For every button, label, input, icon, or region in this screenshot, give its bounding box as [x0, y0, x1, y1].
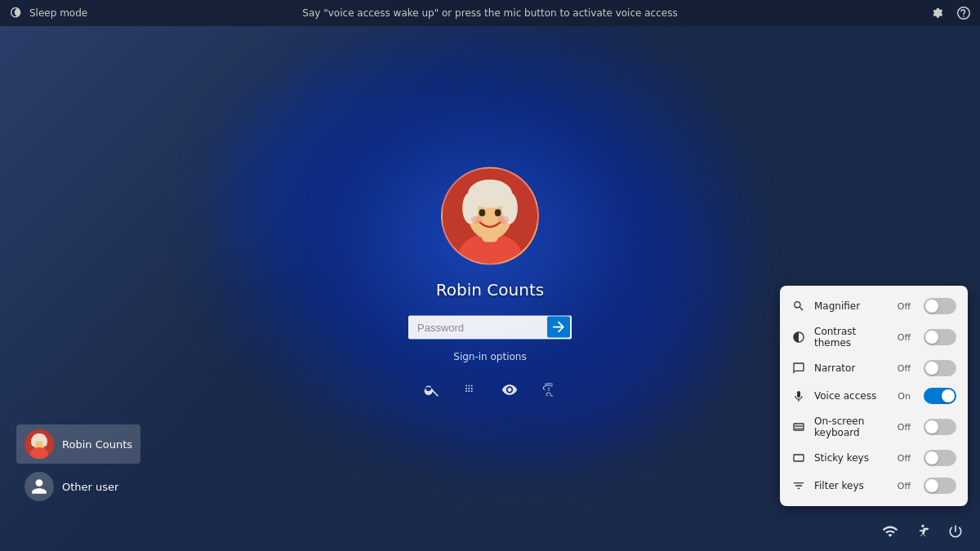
narrator-label: Narrator [814, 362, 889, 374]
narrator-status: Off [898, 363, 911, 374]
access-row-contrast[interactable]: Contrast themes Off [780, 320, 968, 354]
sticky-keys-label: Sticky keys [814, 452, 889, 464]
magnifier-toggle-knob [925, 300, 938, 313]
onscreen-keyboard-toggle-knob [925, 420, 938, 433]
user-item-other[interactable]: Other user [16, 467, 140, 506]
magnifier-toggle[interactable] [924, 298, 956, 314]
submit-button[interactable] [547, 317, 570, 338]
magnifier-status: Off [898, 301, 911, 312]
onscreen-keyboard-label: On-screen keyboard [814, 415, 889, 438]
user-robin-name: Robin Counts [62, 438, 132, 451]
access-row-magnifier[interactable]: Magnifier Off [780, 292, 968, 320]
svg-point-17 [921, 525, 924, 527]
settings-icon[interactable] [931, 7, 944, 20]
login-area: Robin Counts Sign-in options [408, 167, 572, 401]
top-bar: Sleep mode Say "voice access wake up" or… [0, 0, 980, 26]
svg-point-8 [495, 209, 501, 216]
voice-access-status: On [898, 391, 911, 402]
accessibility-panel: Magnifier Off Contrast themes Off Narrat… [780, 286, 968, 506]
user-avatar [441, 167, 539, 264]
voice-access-icon [791, 389, 806, 403]
signin-icons [420, 378, 560, 401]
voice-access-label: Voice access [814, 390, 889, 402]
voice-message: Say "voice access wake up" or press the … [302, 7, 677, 19]
sticky-keys-status: Off [898, 453, 911, 464]
bottom-right-icons [882, 523, 964, 540]
svg-point-10 [498, 216, 510, 224]
contrast-status: Off [898, 332, 911, 343]
onscreen-keyboard-icon [791, 420, 806, 434]
password-field-wrap [408, 315, 572, 339]
access-row-filter[interactable]: Filter keys Off [780, 472, 968, 500]
narrator-toggle[interactable] [924, 360, 956, 376]
user-other-name: Other user [62, 481, 118, 493]
avatar-portrait [443, 167, 537, 264]
magnifier-icon [791, 299, 806, 313]
svg-point-9 [471, 216, 483, 224]
voice-access-toggle[interactable] [924, 388, 956, 404]
contrast-toggle-knob [925, 331, 938, 344]
access-row-narrator[interactable]: Narrator Off [780, 354, 968, 382]
sleep-label: Sleep mode [29, 7, 87, 19]
svg-point-14 [31, 437, 36, 447]
access-row-voice[interactable]: Voice access On [780, 382, 968, 410]
filter-keys-status: Off [898, 481, 911, 491]
accessibility-icon[interactable] [915, 523, 931, 540]
filter-keys-label: Filter keys [814, 480, 889, 491]
magnifier-label: Magnifier [814, 300, 889, 312]
user-item-robin[interactable]: Robin Counts [16, 424, 140, 464]
access-row-keyboard[interactable]: On-screen keyboard Off [780, 410, 968, 444]
user-list: Robin Counts Other user [16, 424, 140, 506]
filter-keys-toggle-knob [925, 479, 938, 492]
sticky-keys-toggle[interactable] [924, 450, 956, 466]
top-bar-left: Sleep mode [10, 7, 87, 20]
narrator-toggle-knob [925, 362, 938, 375]
top-bar-right [931, 7, 970, 20]
user-robin-avatar [24, 429, 54, 459]
filter-keys-toggle[interactable] [924, 478, 956, 494]
contrast-label: Contrast themes [814, 326, 889, 349]
onscreen-keyboard-toggle[interactable] [924, 419, 956, 435]
wifi-icon[interactable] [882, 523, 898, 540]
contrast-toggle[interactable] [924, 329, 956, 345]
sleep-icon [10, 7, 23, 20]
windows-hello-icon-btn[interactable] [498, 378, 521, 401]
narrator-icon [791, 361, 806, 375]
onscreen-keyboard-status: Off [898, 422, 911, 433]
pin-icon-btn[interactable] [459, 378, 482, 401]
fingerprint-icon-btn[interactable] [537, 378, 560, 401]
sticky-keys-toggle-knob [925, 451, 938, 464]
filter-keys-icon [791, 478, 806, 493]
sticky-keys-icon [791, 451, 806, 465]
svg-point-7 [479, 209, 485, 216]
signin-options-link[interactable]: Sign-in options [453, 350, 526, 362]
user-other-avatar [24, 472, 54, 501]
user-name: Robin Counts [436, 279, 544, 299]
voice-access-toggle-knob [942, 389, 955, 402]
key-icon-btn[interactable] [420, 378, 443, 401]
help-icon[interactable] [957, 7, 970, 20]
power-icon[interactable] [947, 523, 964, 540]
svg-point-15 [42, 437, 47, 447]
access-row-sticky[interactable]: Sticky keys Off [780, 444, 968, 472]
contrast-icon [791, 330, 806, 344]
